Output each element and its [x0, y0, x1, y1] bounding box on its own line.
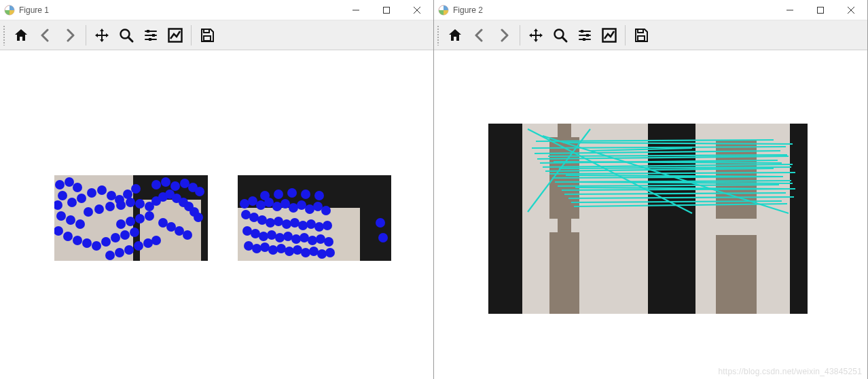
- svg-point-119: [325, 248, 335, 257]
- svg-point-39: [120, 230, 130, 240]
- figure2-bottom-row: [488, 219, 808, 314]
- svg-line-133: [562, 37, 566, 41]
- back-button[interactable]: [468, 24, 491, 47]
- forward-button[interactable]: [58, 24, 82, 47]
- svg-point-97: [323, 221, 332, 230]
- maximize-button[interactable]: [371, 0, 401, 20]
- svg-point-33: [63, 232, 73, 241]
- configure-subplots-button[interactable]: [573, 24, 596, 47]
- svg-rect-139: [583, 38, 585, 41]
- svg-point-78: [256, 200, 266, 210]
- svg-point-44: [116, 200, 126, 210]
- save-button[interactable]: [630, 24, 653, 47]
- window-title: Figure 1: [19, 5, 49, 15]
- minimize-button[interactable]: [340, 0, 371, 20]
- svg-point-96: [314, 222, 324, 232]
- plot-canvas[interactable]: [0, 50, 433, 379]
- svg-point-67: [161, 177, 170, 187]
- svg-point-110: [252, 244, 261, 253]
- svg-point-109: [244, 241, 253, 251]
- svg-point-95: [306, 219, 316, 229]
- svg-line-154: [564, 193, 786, 194]
- svg-point-45: [126, 198, 135, 207]
- svg-point-92: [282, 219, 291, 229]
- svg-line-152: [558, 185, 779, 186]
- svg-point-113: [276, 244, 286, 253]
- plot-canvas[interactable]: https://blog.csdn.net/weixin_43845251: [434, 50, 867, 379]
- svg-point-62: [134, 241, 143, 251]
- svg-point-100: [259, 232, 268, 241]
- svg-point-59: [183, 230, 192, 240]
- forward-button[interactable]: [492, 24, 516, 47]
- svg-point-107: [316, 234, 325, 244]
- home-button[interactable]: [444, 24, 467, 47]
- pan-button[interactable]: [524, 24, 547, 47]
- toolbar-grip: [3, 25, 5, 46]
- svg-point-105: [300, 233, 309, 242]
- svg-point-64: [115, 248, 124, 257]
- svg-point-125: [301, 190, 310, 199]
- svg-point-21: [67, 198, 77, 207]
- toolbar: [434, 20, 867, 50]
- edit-axes-button[interactable]: [598, 24, 621, 47]
- svg-point-75: [116, 219, 126, 229]
- svg-point-111: [260, 242, 270, 252]
- svg-rect-142: [638, 36, 645, 41]
- svg-point-34: [73, 236, 82, 245]
- svg-point-99: [251, 229, 260, 238]
- svg-line-167: [566, 175, 780, 177]
- zoom-button[interactable]: [549, 24, 572, 47]
- maximize-button[interactable]: [805, 0, 835, 20]
- svg-point-32: [54, 226, 63, 236]
- figure1-image-row: [54, 175, 391, 261]
- toolbar-separator: [520, 25, 520, 46]
- figure-window-1: Figure 1: [0, 0, 434, 379]
- titlebar[interactable]: Figure 1: [0, 0, 433, 20]
- svg-point-81: [281, 199, 290, 209]
- configure-subplots-button[interactable]: [139, 24, 162, 47]
- svg-line-149: [549, 173, 795, 174]
- edit-axes-button[interactable]: [164, 24, 187, 47]
- svg-point-27: [123, 190, 132, 199]
- svg-point-65: [105, 251, 115, 260]
- svg-point-114: [285, 247, 294, 256]
- svg-point-58: [175, 226, 184, 236]
- svg-point-35: [82, 238, 92, 248]
- svg-rect-12: [149, 38, 151, 41]
- watermark: https://blog.csdn.net/weixin_43845251: [718, 367, 862, 376]
- svg-point-37: [101, 237, 111, 247]
- svg-point-17: [65, 177, 74, 187]
- window-controls: [340, 0, 432, 20]
- svg-point-36: [92, 241, 101, 251]
- toolbar-separator: [86, 25, 86, 46]
- titlebar[interactable]: Figure 2: [434, 0, 867, 20]
- svg-point-117: [309, 247, 319, 256]
- svg-point-108: [324, 237, 333, 247]
- svg-point-90: [266, 218, 275, 228]
- close-button[interactable]: [401, 0, 432, 20]
- matplotlib-app-icon: [438, 5, 449, 16]
- matplotlib-app-icon: [4, 5, 15, 16]
- save-button[interactable]: [196, 24, 219, 47]
- svg-point-98: [242, 226, 252, 236]
- svg-line-163: [574, 204, 787, 206]
- svg-point-20: [54, 200, 62, 210]
- back-button[interactable]: [34, 24, 57, 47]
- figure2-bottom-left: [488, 219, 648, 314]
- svg-line-155: [568, 197, 794, 198]
- svg-point-101: [267, 230, 276, 240]
- home-button[interactable]: [10, 24, 33, 47]
- minimize-button[interactable]: [774, 0, 805, 20]
- svg-point-74: [126, 217, 135, 226]
- svg-rect-15: [204, 36, 211, 41]
- figure1-image-right: [238, 175, 391, 261]
- close-button[interactable]: [835, 0, 866, 20]
- pan-button[interactable]: [90, 24, 113, 47]
- svg-point-85: [313, 202, 323, 211]
- svg-line-6: [128, 37, 132, 41]
- svg-line-159: [590, 148, 692, 151]
- svg-point-103: [283, 232, 293, 241]
- svg-point-83: [297, 200, 306, 210]
- zoom-button[interactable]: [115, 24, 138, 47]
- toolbar-separator: [625, 25, 626, 46]
